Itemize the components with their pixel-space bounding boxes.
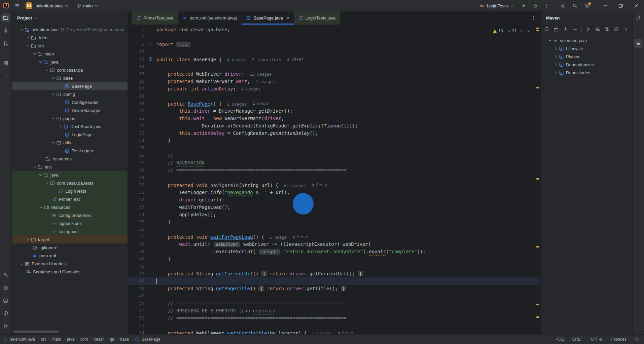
gutter-class-icon[interactable] <box>144 55 156 63</box>
offline-mode-icon[interactable] <box>603 25 611 33</box>
run-configuration-selector[interactable]: NG LoginTests <box>479 3 514 8</box>
reload-maven-icon[interactable] <box>543 25 551 33</box>
chevron-down-icon[interactable] <box>38 173 43 177</box>
chevron-down-icon[interactable] <box>32 52 37 56</box>
editor-tab[interactable]: CBasePage.java× <box>242 11 293 25</box>
tree-item[interactable]: target <box>12 235 128 243</box>
settings-icon[interactable] <box>582 1 592 10</box>
run-tool-icon[interactable] <box>1 283 10 292</box>
usages-hint[interactable]: 4 usages <box>227 56 247 64</box>
tree-item[interactable]: .idea <box>12 34 128 42</box>
code-line[interactable]: 39 .executeScript( script: "return docum… <box>128 248 540 255</box>
usages-hint[interactable]: 4 usages <box>241 85 261 93</box>
tree-item[interactable]: CBasePage <box>12 82 128 90</box>
lock-open-icon[interactable] <box>635 337 639 342</box>
tree-item[interactable]: Plugins <box>541 52 632 61</box>
download-sources-icon[interactable] <box>562 25 570 33</box>
maven-tool-icon[interactable]: m <box>634 39 643 48</box>
chevron-down-icon[interactable] <box>50 116 56 121</box>
scrollbar-warning-mark[interactable] <box>536 246 539 247</box>
gutter-fold-icon[interactable] <box>144 270 156 277</box>
scrollbar-warning-mark[interactable] <box>536 28 539 29</box>
search-everywhere-icon[interactable] <box>570 1 580 10</box>
breadcrumb-item[interactable]: src <box>41 337 46 342</box>
author-hint[interactable]: Cesar <box>252 100 269 107</box>
more-toolbar-icon[interactable] <box>622 25 630 33</box>
tree-item[interactable]: main <box>12 50 128 58</box>
usages-hint[interactable]: 5 usages <box>312 330 332 335</box>
scrollbar-warning-mark[interactable] <box>536 316 539 318</box>
notifications-icon[interactable] <box>634 13 643 22</box>
tree-item[interactable]: com.cesar.qa <box>12 66 128 74</box>
code-line[interactable]: 22 Duration.ofSeconds(ConfigReader.getEx… <box>128 122 540 129</box>
tree-item[interactable]: java <box>12 58 128 66</box>
terminal-tool-icon[interactable] <box>1 296 10 305</box>
chevron-down-icon[interactable] <box>34 16 38 20</box>
chevron-right-icon[interactable] <box>25 36 31 40</box>
author-hint[interactable]: Cesar <box>292 233 309 240</box>
tree-item[interactable]: test <box>12 163 128 171</box>
tabs-more-icon[interactable] <box>531 15 536 21</box>
tree-item[interactable]: Dependencies <box>541 61 632 69</box>
chevron-down-icon[interactable] <box>50 92 56 97</box>
tree-item[interactable]: </>testng.xml <box>12 227 128 235</box>
inspections-widget[interactable]: 1321 <box>493 27 531 35</box>
close-button[interactable] <box>629 0 644 11</box>
usages-hint[interactable]: 1 usage <box>270 234 287 241</box>
usages-hint[interactable]: 2 usages <box>227 101 247 108</box>
code-line[interactable]: 24 } <box>128 137 540 144</box>
breadcrumb-item[interactable]: cesar <box>94 337 104 342</box>
commit-tool-icon[interactable] <box>1 26 10 35</box>
chevron-down-icon[interactable] <box>19 28 24 32</box>
editor-tab[interactable]: CLoginTests.java <box>294 11 340 25</box>
tree-horizontal-scrollbar[interactable] <box>13 331 59 333</box>
chevron-right-icon[interactable] <box>553 71 559 75</box>
structure-tool-icon[interactable] <box>1 59 10 68</box>
tree-item[interactable]: </>logback.xml <box>12 219 128 227</box>
close-tab-icon[interactable]: × <box>287 16 289 21</box>
breadcrumb-item[interactable]: qa <box>110 337 114 342</box>
code-line[interactable]: 32 driver.get(url); <box>128 196 540 203</box>
code-line[interactable]: 36 <box>128 226 540 233</box>
branch-selector[interactable]: main <box>77 3 99 8</box>
code-line[interactable]: 26 // ==================================… <box>128 152 540 159</box>
scrollbar-warning-mark[interactable] <box>536 30 539 31</box>
scrollbar-warning-mark[interactable] <box>536 178 539 180</box>
code-line[interactable]: 14 <box>128 63 540 70</box>
minimize-button[interactable] <box>598 0 613 11</box>
maven-settings-icon[interactable] <box>594 25 602 33</box>
tree-item[interactable]: java <box>12 171 128 179</box>
chevron-right-icon[interactable] <box>553 46 559 51</box>
usages-hint[interactable]: 12 usages <box>250 71 272 78</box>
run-button[interactable] <box>519 1 529 10</box>
code-line[interactable]: 37 protected void waitForPageLoad() {1 u… <box>128 233 540 240</box>
code-line[interactable]: 28 // ==================================… <box>128 166 540 174</box>
chevron-down-icon[interactable] <box>547 38 552 43</box>
project-panel-title[interactable]: Project <box>17 15 32 21</box>
editor-tab[interactable]: mpom.xml (selenium-java) <box>178 11 242 25</box>
chevron-right-icon[interactable] <box>58 124 63 129</box>
debug-button[interactable] <box>530 1 540 10</box>
code-line[interactable]: 1package com.cesar.qa.base; <box>128 26 540 33</box>
code-line[interactable]: 27 // NAVEGACIÓN <box>128 159 540 166</box>
tree-item[interactable]: CLoginPage <box>12 130 128 139</box>
tree-item[interactable]: Repositories <box>541 69 632 77</box>
code-line[interactable]: 40 } <box>128 255 540 263</box>
more-actions-icon[interactable] <box>542 1 552 10</box>
tree-item[interactable]: CConfigReader <box>12 98 128 106</box>
code-line[interactable]: 29 <box>128 174 540 181</box>
code-line[interactable]: 31 TestLogger.info("Navegando a: " + url… <box>128 189 540 196</box>
project-selector[interactable]: selenium-java <box>36 3 69 8</box>
tree-item[interactable]: .gitignore <box>12 243 128 252</box>
scrollbar-warning-mark[interactable] <box>536 87 539 88</box>
code-line[interactable]: 18 <box>128 92 540 100</box>
code-line[interactable]: 38 wait.until( WebDriver webDriver -> ((… <box>128 240 540 248</box>
chevron-down-icon[interactable] <box>50 141 56 145</box>
scrollbar-warning-mark[interactable] <box>536 304 539 305</box>
code-line[interactable]: 16 protected WebDriverWait wait;4 usages <box>128 78 540 85</box>
code-line[interactable]: 51 // BÚSQUEDA DE ELEMENTOS (con esperas… <box>128 307 540 314</box>
tree-item[interactable]: Scratches and Consoles <box>12 268 128 276</box>
code-line[interactable]: 21 this.wait = new WebDriverWait(driver, <box>128 115 540 122</box>
code-line[interactable]: 2 <box>128 33 540 41</box>
editor-tab[interactable]: CPrimerTest.java <box>132 11 178 25</box>
